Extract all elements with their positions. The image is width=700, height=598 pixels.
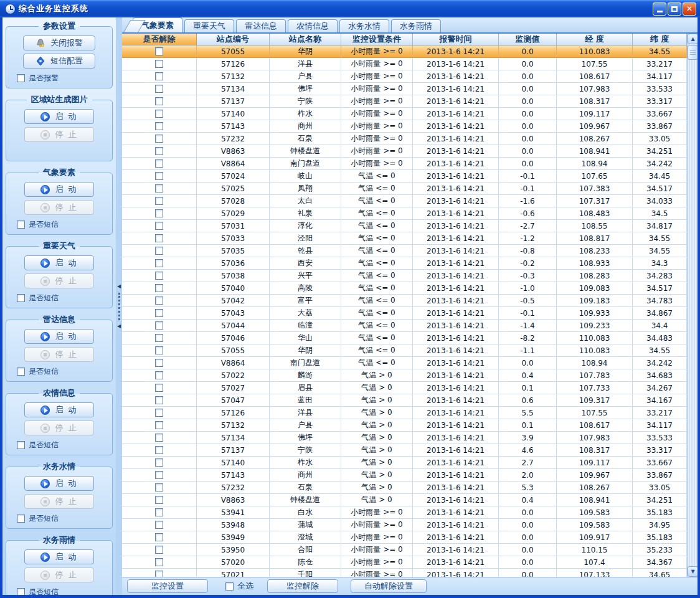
water-level-sms-checkbox[interactable]: 是否短信 (17, 513, 109, 524)
release-checkbox[interactable] (155, 446, 163, 454)
table-row[interactable]: 57028太白气温 <= 02013-1-6 14:21-1.6107.3173… (122, 195, 698, 207)
monitor-setup-button[interactable]: 监控设置 (127, 579, 208, 593)
release-checkbox[interactable] (155, 297, 163, 305)
release-checkbox[interactable] (155, 346, 163, 354)
table-row[interactable]: V8864南门盘道小时雨量 >= 02013-1-6 14:210.0108.9… (122, 158, 698, 170)
radar-info-sms-checkbox[interactable]: 是否短信 (17, 366, 109, 377)
column-header-5[interactable]: 报警时间 (413, 34, 499, 45)
table-row[interactable]: 57143商州小时雨量 >= 02013-1-6 14:210.0109.967… (122, 120, 698, 133)
release-checkbox[interactable] (155, 533, 163, 541)
table-row[interactable]: 57140柞水小时雨量 >= 02013-1-6 14:210.0109.117… (122, 108, 698, 120)
auto-release-settings-button[interactable]: 自动解除设置 (351, 579, 427, 593)
release-checkbox[interactable] (155, 85, 163, 93)
release-checkbox[interactable] (155, 396, 163, 404)
table-row[interactable]: 57126洋县小时雨量 >= 02013-1-6 14:210.0107.553… (122, 58, 698, 70)
release-checkbox[interactable] (155, 284, 163, 292)
agri-info-stop-button[interactable]: 停 止 (24, 420, 94, 435)
collapse-left-icon[interactable]: ◀ (117, 284, 121, 289)
release-checkbox[interactable] (155, 508, 163, 516)
release-checkbox[interactable] (155, 483, 163, 491)
table-row[interactable]: 57134佛坪气温 > 02013-1-6 14:213.9107.98333.… (122, 432, 698, 444)
close-alarm-button[interactable]: 关闭报警 (23, 36, 95, 50)
table-row[interactable]: 57126洋县气温 > 02013-1-6 14:215.5107.5533.2… (122, 407, 698, 419)
release-checkbox[interactable] (155, 197, 163, 205)
table-row[interactable]: 57024岐山气温 <= 02013-1-6 14:21-0.1107.6534… (122, 170, 698, 183)
tab-2[interactable]: 重要天气 (184, 19, 234, 32)
table-row[interactable]: 57033泾阳气温 <= 02013-1-6 14:21-1.2108.8173… (122, 232, 698, 245)
table-row[interactable]: 57022麟游气温 > 02013-1-6 14:210.4107.78334.… (122, 369, 698, 382)
table-row[interactable]: 57134佛坪小时雨量 >= 02013-1-6 14:210.0107.983… (122, 83, 698, 95)
release-checkbox[interactable] (155, 409, 163, 417)
select-all-checkbox[interactable]: 全选 (225, 581, 253, 592)
water-rain-start-button[interactable]: 启 动 (24, 549, 94, 564)
table-row[interactable]: 53950合阳小时雨量 >= 02013-1-6 14:210.0110.153… (122, 544, 698, 556)
table-row[interactable]: 57031淳化气温 <= 02013-1-6 14:21-2.7108.5534… (122, 220, 698, 232)
water-rain-sms-checkbox[interactable]: 是否短信 (17, 587, 109, 595)
alarm-enable-checkbox[interactable]: 是否报警 (17, 73, 109, 83)
table-row[interactable]: 57046华山气温 <= 02013-1-6 14:21-8.2110.0833… (122, 332, 698, 344)
release-checkbox[interactable] (155, 546, 163, 554)
table-row[interactable]: V8864南门盘道气温 <= 02013-1-6 14:210.0108.943… (122, 357, 698, 369)
release-checkbox[interactable] (155, 60, 163, 68)
minimize-button[interactable] (653, 2, 666, 16)
release-checkbox[interactable] (155, 97, 163, 105)
close-button[interactable]: ✕ (683, 2, 696, 16)
table-row[interactable]: 57055华阴小时雨量 >= 02013-1-6 14:210.0110.083… (122, 45, 698, 58)
release-checkbox[interactable] (155, 309, 163, 317)
release-checkbox[interactable] (155, 72, 163, 80)
column-header-8[interactable]: 纬 度 (633, 34, 687, 45)
tab-5[interactable]: 水务水情 (339, 19, 389, 32)
table-row[interactable]: 57027眉县气温 > 02013-1-6 14:210.1107.73334.… (122, 382, 698, 394)
table-row[interactable]: 57021千阳小时雨量 >= 02013-1-6 14:210.0107.133… (122, 569, 698, 577)
release-checkbox[interactable] (155, 259, 163, 267)
table-row[interactable]: 57035乾县气温 <= 02013-1-6 14:21-0.8108.2333… (122, 245, 698, 257)
release-checkbox[interactable] (155, 247, 163, 255)
table-row[interactable]: 53949澄城小时雨量 >= 02013-1-6 14:210.0109.917… (122, 531, 698, 544)
important-weather-sms-checkbox[interactable]: 是否短信 (17, 293, 109, 303)
table-row[interactable]: 57029礼泉气温 <= 02013-1-6 14:21-0.6108.4833… (122, 207, 698, 220)
water-level-start-button[interactable]: 启 动 (24, 476, 94, 491)
table-row[interactable]: 57140柞水气温 > 02013-1-6 14:212.7109.11733.… (122, 457, 698, 469)
weather-elements-stop-button[interactable]: 停 止 (24, 200, 94, 215)
release-checkbox[interactable] (155, 122, 163, 130)
release-checkbox[interactable] (155, 135, 163, 143)
table-row[interactable]: 57055华阴气温 <= 02013-1-6 14:21-1.1110.0833… (122, 344, 698, 357)
release-checkbox[interactable] (155, 521, 163, 529)
table-row[interactable]: 53941白水小时雨量 >= 02013-1-6 14:210.0109.583… (122, 506, 698, 519)
collapse-left-icon[interactable]: ◀ (117, 324, 121, 329)
sms-config-button[interactable]: 短信配置 (23, 54, 95, 69)
table-row[interactable]: 57036西安气温 <= 02013-1-6 14:21-0.2108.9333… (122, 257, 698, 270)
table-row[interactable]: 57038兴平气温 <= 02013-1-6 14:21-0.3108.2833… (122, 270, 698, 282)
release-checkbox[interactable] (155, 209, 163, 217)
agri-info-sms-checkbox[interactable]: 是否短信 (17, 440, 109, 450)
column-header-7[interactable]: 经 度 (557, 34, 633, 45)
region-image-stop-button[interactable]: 停 止 (24, 127, 94, 142)
radar-info-stop-button[interactable]: 停 止 (24, 347, 94, 362)
sidebar-splitter[interactable]: ◀ ◀ (116, 17, 122, 595)
tab-4[interactable]: 农情信息 (288, 19, 338, 32)
release-checkbox[interactable] (155, 359, 163, 367)
table-row[interactable]: 57137宁陕小时雨量 >= 02013-1-6 14:210.0108.317… (122, 95, 698, 108)
table-row[interactable]: 57043大荔气温 <= 02013-1-6 14:21-0.1109.9333… (122, 307, 698, 320)
release-checkbox[interactable] (155, 421, 163, 429)
release-checkbox[interactable] (155, 558, 163, 566)
table-row[interactable]: 57040高陵气温 <= 02013-1-6 14:21-1.0109.0833… (122, 282, 698, 295)
scroll-up-button[interactable]: ▲ (688, 34, 698, 44)
release-checkbox[interactable] (155, 184, 163, 192)
release-checkbox[interactable] (155, 571, 163, 577)
monitor-release-button[interactable]: 监控解除 (267, 579, 338, 593)
weather-elements-start-button[interactable]: 启 动 (24, 182, 94, 197)
table-row[interactable]: 57132户县气温 > 02013-1-6 14:210.1108.61734.… (122, 419, 698, 432)
table-row[interactable]: 57137宁陕气温 > 02013-1-6 14:214.6108.31733.… (122, 444, 698, 457)
maximize-button[interactable] (668, 2, 681, 16)
table-row[interactable]: 57047蓝田气温 > 02013-1-6 14:210.6109.31734.… (122, 394, 698, 407)
release-checkbox[interactable] (155, 471, 163, 479)
table-row[interactable]: 57232石泉气温 > 02013-1-6 14:215.3108.26733.… (122, 482, 698, 494)
weather-elements-sms-checkbox[interactable]: 是否短信 (17, 219, 109, 230)
agri-info-start-button[interactable]: 启 动 (24, 402, 94, 417)
release-checkbox[interactable] (155, 384, 163, 392)
release-checkbox[interactable] (155, 234, 163, 242)
release-checkbox[interactable] (155, 147, 163, 155)
table-row[interactable]: 57143商州气温 > 02013-1-6 14:212.0109.96733.… (122, 469, 698, 482)
release-checkbox[interactable] (155, 458, 163, 467)
